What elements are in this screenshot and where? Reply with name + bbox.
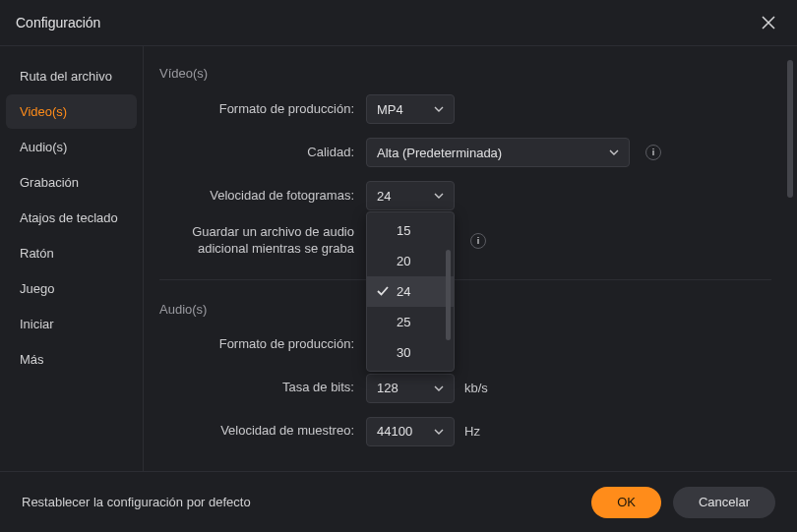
fps-option-25[interactable]: 25 bbox=[367, 307, 454, 337]
content-scrollbar-track[interactable] bbox=[787, 60, 793, 471]
close-button[interactable] bbox=[756, 10, 781, 35]
sidebar: Ruta del archivo Video(s) Audio(s) Graba… bbox=[0, 46, 144, 471]
bitrate-unit: kb/s bbox=[464, 381, 488, 395]
reset-defaults-link[interactable]: Restablecer la configuración por defecto bbox=[22, 495, 580, 509]
chevron-down-icon bbox=[434, 427, 444, 437]
samplerate-select[interactable]: 44100 bbox=[366, 417, 455, 446]
video-format-select[interactable]: MP4 bbox=[366, 94, 455, 124]
close-icon bbox=[762, 16, 775, 30]
sidebar-item-file-path[interactable]: Ruta del archivo bbox=[6, 59, 137, 93]
quality-select[interactable]: Alta (Predeterminada) bbox=[366, 138, 630, 167]
sidebar-item-start[interactable]: Iniciar bbox=[6, 307, 137, 341]
sidebar-item-mouse[interactable]: Ratón bbox=[6, 236, 137, 270]
chevron-down-icon bbox=[434, 104, 444, 114]
fps-select[interactable]: 24 bbox=[366, 181, 455, 210]
fps-option-20[interactable]: 20 bbox=[367, 246, 454, 276]
cancel-button[interactable]: Cancelar bbox=[673, 487, 775, 518]
titlebar: Configuración bbox=[0, 0, 797, 45]
fps-option-15[interactable]: 15 bbox=[367, 215, 454, 246]
content-panel: Vídeo(s) Formato de producción: MP4 Cali… bbox=[144, 46, 797, 471]
sidebar-item-shortcuts[interactable]: Atajos de teclado bbox=[6, 201, 137, 235]
sidebar-item-game[interactable]: Juego bbox=[6, 271, 137, 306]
bitrate-label: Tasa de bits: bbox=[159, 380, 366, 396]
sidebar-item-videos[interactable]: Video(s) bbox=[6, 94, 137, 129]
window-title: Configuración bbox=[16, 15, 100, 30]
samplerate-unit: Hz bbox=[464, 424, 480, 439]
quality-value: Alta (Predeterminada) bbox=[377, 146, 502, 160]
chevron-down-icon bbox=[434, 384, 444, 393]
chevron-down-icon bbox=[609, 148, 619, 157]
save-audio-info-icon[interactable]: i bbox=[470, 233, 486, 249]
fps-value: 24 bbox=[377, 189, 391, 204]
video-format-value: MP4 bbox=[377, 102, 403, 117]
fps-option-24[interactable]: 24 bbox=[367, 276, 454, 307]
sidebar-item-recording[interactable]: Grabación bbox=[6, 165, 137, 200]
content-scrollbar-thumb[interactable] bbox=[787, 60, 793, 198]
sidebar-item-audios[interactable]: Audio(s) bbox=[6, 130, 137, 164]
quality-label: Calidad: bbox=[159, 145, 366, 161]
chevron-down-icon bbox=[434, 191, 444, 201]
footer: Restablecer la configuración por defecto… bbox=[0, 471, 797, 532]
section-title-video: Vídeo(s) bbox=[159, 66, 771, 81]
bitrate-value: 128 bbox=[377, 381, 398, 395]
quality-info-icon[interactable]: i bbox=[645, 145, 661, 160]
sidebar-item-more[interactable]: Más bbox=[6, 342, 137, 377]
samplerate-value: 44100 bbox=[377, 424, 412, 439]
check-icon bbox=[377, 285, 389, 297]
bitrate-select[interactable]: 128 bbox=[366, 374, 455, 403]
audio-format-label: Formato de producción: bbox=[159, 336, 366, 353]
fps-option-30[interactable]: 30 bbox=[367, 337, 454, 368]
fps-dropdown: 15 20 24 25 30 bbox=[366, 211, 455, 372]
save-audio-label: Guardar un archivo de audio adicional mi… bbox=[159, 224, 366, 258]
dropdown-scrollbar[interactable] bbox=[446, 250, 451, 340]
samplerate-label: Velocidad de muestreo: bbox=[159, 423, 366, 440]
ok-button[interactable]: OK bbox=[591, 487, 661, 518]
section-title-audio: Audio(s) bbox=[159, 279, 771, 317]
video-format-label: Formato de producción: bbox=[159, 101, 366, 118]
fps-label: Velocidad de fotogramas: bbox=[159, 188, 366, 205]
